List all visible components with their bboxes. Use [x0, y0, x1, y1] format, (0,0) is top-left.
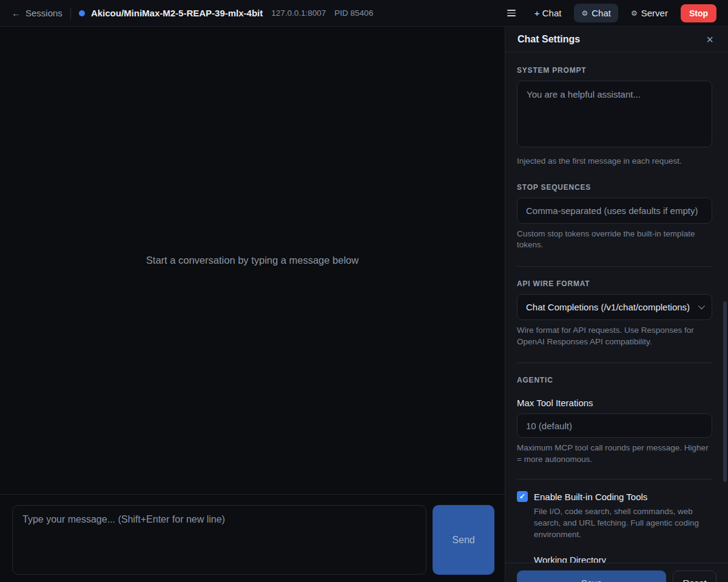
menu-icon[interactable] [501, 5, 522, 21]
system-prompt-section-label: SYSTEM PROMPT [517, 66, 712, 75]
gear-icon: ⚙ [631, 10, 638, 17]
api-wire-format-select[interactable]: Chat Completions (/v1/chat/completions) [517, 294, 712, 320]
reset-button[interactable]: Reset [673, 570, 716, 582]
panel-body: SYSTEM PROMPT Injected as the first mess… [505, 53, 728, 582]
topbar-left: ← Sessions Akicou/MiniMax-M2-5-REAP-39-m… [12, 7, 373, 19]
empty-state-text: Start a conversation by typing a message… [146, 255, 359, 266]
close-icon[interactable]: × [704, 32, 716, 47]
server-settings-button-label: Server [641, 8, 668, 18]
back-to-sessions-link[interactable]: ← Sessions [12, 8, 62, 18]
agentic-section-label: AGENTIC [517, 376, 712, 384]
stop-sequences-section-label: STOP SEQUENCES [517, 183, 712, 192]
topbar-actions: + Chat ⚙ Chat ⚙ Server Stop [501, 4, 716, 22]
section-divider [517, 363, 712, 363]
session-status-dot [79, 10, 85, 16]
system-prompt-input[interactable] [517, 81, 712, 147]
chat-settings-button[interactable]: ⚙ Chat [574, 4, 618, 22]
server-host: 127.0.0.1:8007 [271, 8, 326, 18]
message-list: Start a conversation by typing a message… [0, 27, 505, 494]
server-settings-button[interactable]: ⚙ Server [624, 4, 675, 22]
chat-area: Start a conversation by typing a message… [0, 27, 505, 582]
chevron-down-icon [698, 303, 705, 309]
coding-tools-checkbox-row[interactable]: ✓ Enable Built-in Coding Tools [517, 491, 712, 502]
system-prompt-help: Injected as the first message in each re… [517, 156, 712, 167]
chat-settings-button-label: Chat [592, 8, 611, 18]
back-to-sessions-label: Sessions [25, 8, 62, 18]
stop-sequences-input[interactable] [517, 198, 712, 224]
server-pid: PID 85406 [334, 8, 373, 18]
save-button[interactable]: Save [517, 570, 666, 582]
max-tool-iterations-help: Maximum MCP tool call rounds per message… [517, 443, 712, 465]
panel-title: Chat Settings [517, 34, 580, 45]
session-info: Akicou/MiniMax-M2-5-REAP-39-mlx-4bit 127… [79, 8, 373, 18]
topbar: ← Sessions Akicou/MiniMax-M2-5-REAP-39-m… [0, 0, 728, 27]
send-button[interactable]: Send [433, 505, 494, 575]
new-chat-button[interactable]: + Chat [527, 4, 569, 22]
api-wire-format-help: Wire format for API requests. Use Respon… [517, 325, 712, 347]
api-wire-format-value: Chat Completions (/v1/chat/completions) [526, 302, 693, 312]
chat-settings-panel: Chat Settings × SYSTEM PROMPT Injected a… [505, 27, 728, 582]
stop-sequences-help: Custom stop tokens override the built-in… [517, 229, 712, 251]
topbar-divider [70, 7, 71, 19]
message-composer: Send [0, 494, 505, 582]
gear-icon: ⚙ [581, 10, 588, 17]
section-divider [517, 479, 712, 480]
coding-tools-label: Enable Built-in Coding Tools [534, 492, 647, 502]
check-icon: ✓ [519, 492, 525, 501]
panel-header: Chat Settings × [505, 27, 728, 52]
section-divider [517, 266, 712, 267]
coding-tools-help: File I/O, code search, shell commands, w… [534, 506, 712, 540]
back-arrow-icon: ← [12, 8, 21, 18]
model-name: Akicou/MiniMax-M2-5-REAP-39-mlx-4bit [91, 8, 263, 18]
panel-scrollbar-thumb[interactable] [723, 301, 727, 482]
max-tool-iterations-input[interactable] [517, 413, 712, 438]
checkbox-checked-icon[interactable]: ✓ [517, 491, 528, 502]
max-tool-iterations-label: Max Tool Iterations [517, 398, 712, 408]
message-input[interactable] [12, 505, 426, 575]
api-wire-format-section-label: API WIRE FORMAT [517, 279, 712, 288]
panel-footer: Save Reset [505, 563, 728, 582]
stop-server-button[interactable]: Stop [681, 4, 716, 22]
